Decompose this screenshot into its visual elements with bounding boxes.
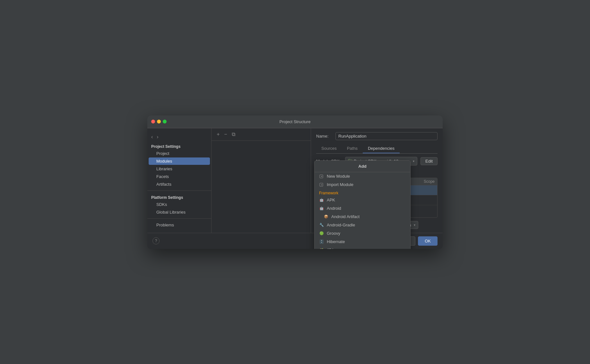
- sidebar-item-facets[interactable]: Facets: [149, 173, 210, 180]
- framework-section-label: Framework: [315, 189, 410, 196]
- name-label: Name:: [316, 134, 332, 139]
- hibernate-label: Hibernate: [327, 239, 345, 244]
- sidebar-item-project-label: Project: [156, 151, 169, 156]
- title-bar: Project Structure: [147, 115, 443, 128]
- sidebar-item-artifacts-label: Artifacts: [156, 182, 171, 187]
- popup-item-hibernate[interactable]: Hibernate: [315, 238, 410, 246]
- close-traffic-light[interactable]: [151, 120, 155, 123]
- tab-sources-label: Sources: [321, 146, 337, 151]
- add-popup: Add New Module: [314, 160, 411, 249]
- sidebar-item-libraries[interactable]: Libraries: [149, 165, 210, 173]
- sidebar-nav: ‹ ›: [147, 132, 211, 143]
- sdk-chevron: ▾: [413, 159, 414, 163]
- sidebar-item-problems[interactable]: Problems: [149, 221, 210, 229]
- android-icon: [319, 206, 324, 211]
- project-structure-dialog: Project Structure ‹ › Project Settings P…: [147, 115, 443, 249]
- sidebar-item-sdks[interactable]: SDKs: [149, 201, 210, 208]
- sidebar-item-modules-label: Modules: [156, 159, 172, 164]
- tab-paths[interactable]: Paths: [342, 144, 363, 153]
- tab-dependencies-label: Dependencies: [368, 146, 395, 151]
- tabs: Sources Paths Dependencies: [316, 144, 438, 154]
- sidebar-item-problems-label: Problems: [156, 223, 174, 227]
- platform-settings-header: Platform Settings: [147, 193, 211, 200]
- popup-item-android[interactable]: Android: [315, 204, 410, 213]
- popup-item-groovy[interactable]: Groovy: [315, 229, 410, 238]
- tab-sources[interactable]: Sources: [316, 144, 342, 153]
- sidebar-item-sdks-label: SDKs: [156, 202, 167, 207]
- new-module-label: New Module: [327, 174, 350, 179]
- apk-icon: [319, 198, 324, 203]
- hibernate-icon: [319, 239, 324, 244]
- groovy-icon: [319, 231, 324, 236]
- import-module-label: Import Module: [327, 182, 353, 187]
- android-artifact-label: Android Artifact: [331, 214, 360, 219]
- help-button[interactable]: ?: [152, 237, 160, 244]
- edit-sdk-button[interactable]: Edit: [421, 157, 438, 165]
- new-module-item[interactable]: New Module: [315, 172, 410, 181]
- storage-chevron: ▾: [414, 223, 415, 227]
- tab-paths-label: Paths: [347, 146, 358, 151]
- footer-left: ?: [152, 237, 160, 244]
- jpa-icon: [319, 248, 324, 249]
- popup-item-android-gradle[interactable]: Android-Gradle: [315, 221, 410, 229]
- module-list: [212, 141, 311, 233]
- forward-button[interactable]: ›: [155, 133, 160, 140]
- new-module-icon: [319, 174, 324, 179]
- add-module-button[interactable]: +: [215, 131, 221, 138]
- content-area: + − ⧉ Add: [212, 128, 443, 233]
- popup-item-jpa[interactable]: JPA: [315, 246, 410, 249]
- sidebar-item-global-libraries[interactable]: Global Libraries: [149, 208, 210, 216]
- popup-title: Add: [315, 161, 410, 172]
- module-panel: + − ⧉: [212, 128, 311, 233]
- android-label: Android: [327, 206, 341, 211]
- import-module-item[interactable]: Import Module: [315, 181, 410, 189]
- sidebar-item-modules[interactable]: Modules: [149, 157, 210, 165]
- deps-col-scope: Scope: [409, 179, 435, 184]
- sidebar-divider: [147, 190, 211, 191]
- module-toolbar: + − ⧉: [212, 128, 311, 141]
- sidebar-divider-2: [147, 218, 211, 219]
- popup-item-apk[interactable]: APK: [315, 196, 410, 204]
- name-input[interactable]: [335, 132, 438, 140]
- minimize-traffic-light[interactable]: [157, 120, 161, 123]
- svg-rect-3: [320, 183, 323, 186]
- name-row: Name:: [316, 132, 438, 140]
- jpa-label: JPA: [327, 248, 334, 249]
- sidebar-item-libraries-label: Libraries: [156, 166, 172, 171]
- copy-module-button[interactable]: ⧉: [230, 131, 237, 138]
- popup-item-android-artifact[interactable]: Android Artifact: [315, 213, 410, 221]
- android-gradle-label: Android-Gradle: [327, 223, 355, 227]
- android-gradle-icon: [319, 223, 324, 228]
- sidebar: ‹ › Project Settings Project Modules Lib…: [147, 128, 212, 233]
- sidebar-item-global-libraries-label: Global Libraries: [156, 210, 186, 215]
- tab-dependencies[interactable]: Dependencies: [363, 144, 400, 153]
- maximize-traffic-light[interactable]: [163, 120, 167, 123]
- sidebar-item-facets-label: Facets: [156, 174, 169, 179]
- sidebar-item-project[interactable]: Project: [149, 150, 210, 157]
- dialog-title: Project Structure: [280, 119, 311, 124]
- android-artifact-icon: [324, 214, 329, 219]
- remove-module-button[interactable]: −: [223, 131, 228, 138]
- ok-button[interactable]: OK: [418, 236, 438, 246]
- import-module-icon: [319, 182, 324, 187]
- groovy-label: Groovy: [327, 231, 340, 236]
- dialog-body: ‹ › Project Settings Project Modules Lib…: [147, 128, 443, 233]
- back-button[interactable]: ‹: [150, 133, 154, 140]
- project-settings-header: Project Settings: [147, 143, 211, 149]
- traffic-lights: [151, 120, 167, 123]
- apk-label: APK: [327, 198, 335, 202]
- sidebar-item-artifacts[interactable]: Artifacts: [149, 181, 210, 188]
